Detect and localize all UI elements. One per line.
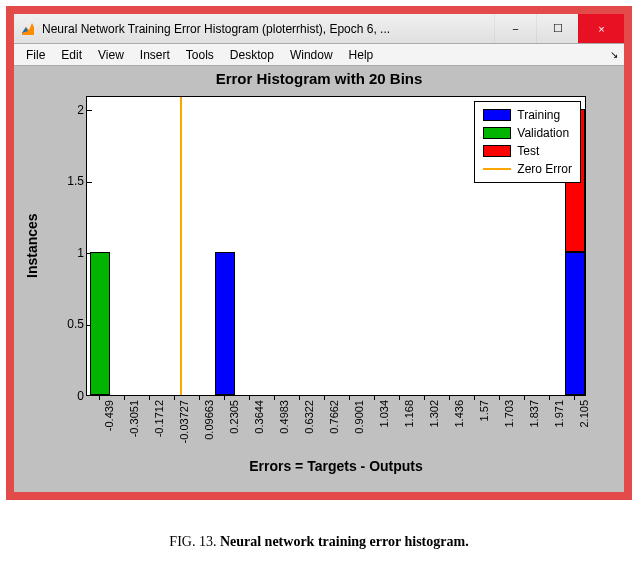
close-button[interactable]: × — [578, 14, 624, 43]
y-tick: 2 — [54, 103, 84, 117]
x-tick-mark — [174, 396, 175, 400]
x-tick-mark — [374, 396, 375, 400]
maximize-button[interactable]: ☐ — [536, 14, 578, 43]
swatch-training — [483, 109, 511, 121]
menu-help[interactable]: Help — [341, 48, 382, 62]
menu-window[interactable]: Window — [282, 48, 341, 62]
legend-item-validation: Validation — [483, 124, 572, 142]
screenshot-frame: Neural Network Training Error Histogram … — [0, 0, 638, 574]
collapse-icon[interactable]: ↘ — [610, 49, 618, 60]
menu-edit[interactable]: Edit — [53, 48, 90, 62]
legend-label: Test — [517, 144, 539, 158]
y-tick: 0.5 — [54, 317, 84, 331]
window-titlebar: Neural Network Training Error Histogram … — [14, 14, 624, 44]
x-tick-mark — [349, 396, 350, 400]
x-tick-mark — [99, 396, 100, 400]
x-tick-label: -0.1712 — [153, 400, 165, 437]
x-tick-mark — [574, 396, 575, 400]
x-tick-mark — [249, 396, 250, 400]
axes[interactable]: Training Validation Test Zero Error — [86, 96, 586, 396]
x-tick-mark — [399, 396, 400, 400]
x-tick-mark — [274, 396, 275, 400]
highlight-border: Neural Network Training Error Histogram … — [6, 6, 632, 500]
x-tick-mark — [499, 396, 500, 400]
menu-file[interactable]: File — [18, 48, 53, 62]
x-tick-label: 1.168 — [403, 400, 415, 428]
y-tick: 0 — [54, 389, 84, 403]
x-tick-label: 0.09663 — [203, 400, 215, 440]
menu-view[interactable]: View — [90, 48, 132, 62]
figure-area: Error Histogram with 20 Bins Instances E… — [14, 66, 624, 492]
legend-label: Training — [517, 108, 560, 122]
legend-item-training: Training — [483, 106, 572, 124]
x-tick-mark — [474, 396, 475, 400]
figure-caption: FIG. 13. Neural network training error h… — [6, 534, 632, 550]
legend-label: Zero Error — [517, 162, 572, 176]
bar-validation — [90, 252, 110, 395]
x-tick-label: 1.436 — [453, 400, 465, 428]
legend-item-test: Test — [483, 142, 572, 160]
zero-error-line — [180, 97, 182, 395]
x-tick-label: 1.57 — [478, 400, 490, 421]
x-tick-label: 1.837 — [528, 400, 540, 428]
x-tick-mark — [549, 396, 550, 400]
x-tick-mark — [324, 396, 325, 400]
legend-item-zero: Zero Error — [483, 160, 572, 178]
x-tick-mark — [524, 396, 525, 400]
y-tick: 1.5 — [54, 174, 84, 188]
bar-training — [215, 252, 235, 395]
x-tick-label: -0.03727 — [178, 400, 190, 443]
x-tick-label: 1.302 — [428, 400, 440, 428]
menu-insert[interactable]: Insert — [132, 48, 178, 62]
x-tick-mark — [199, 396, 200, 400]
minimize-button[interactable]: − — [494, 14, 536, 43]
x-tick-mark — [149, 396, 150, 400]
x-tick-label: 1.034 — [378, 400, 390, 428]
window-controls: − ☐ × — [494, 14, 624, 43]
menu-tools[interactable]: Tools — [178, 48, 222, 62]
x-tick-label: -0.439 — [103, 400, 115, 431]
window-title: Neural Network Training Error Histogram … — [42, 22, 494, 36]
x-tick-mark — [449, 396, 450, 400]
x-tick-mark — [299, 396, 300, 400]
x-tick-label: 0.3644 — [253, 400, 265, 434]
x-tick-label: 0.7662 — [328, 400, 340, 434]
x-tick-label: 1.703 — [503, 400, 515, 428]
x-tick-label: 1.971 — [553, 400, 565, 428]
x-axis-label: Errors = Targets - Outputs — [86, 458, 586, 474]
bar-training — [565, 252, 585, 395]
y-tick: 1 — [54, 246, 84, 260]
x-tick-mark — [124, 396, 125, 400]
x-tick-mark — [224, 396, 225, 400]
chart-title: Error Histogram with 20 Bins — [14, 66, 624, 87]
swatch-zero-line — [483, 168, 511, 170]
y-axis-label: Instances — [24, 96, 40, 396]
legend-label: Validation — [517, 126, 569, 140]
swatch-validation — [483, 127, 511, 139]
x-tick-label: -0.3051 — [128, 400, 140, 437]
x-tick-label: 0.4983 — [278, 400, 290, 434]
x-tick-label: 2.105 — [578, 400, 590, 428]
matlab-icon — [20, 21, 36, 37]
x-tick-label: 0.2305 — [228, 400, 240, 434]
x-tick-label: 0.6322 — [303, 400, 315, 434]
menu-desktop[interactable]: Desktop — [222, 48, 282, 62]
menu-bar: File Edit View Insert Tools Desktop Wind… — [14, 44, 624, 66]
swatch-test — [483, 145, 511, 157]
legend[interactable]: Training Validation Test Zero Error — [474, 101, 581, 183]
x-tick-label: 0.9001 — [353, 400, 365, 434]
x-tick-mark — [424, 396, 425, 400]
